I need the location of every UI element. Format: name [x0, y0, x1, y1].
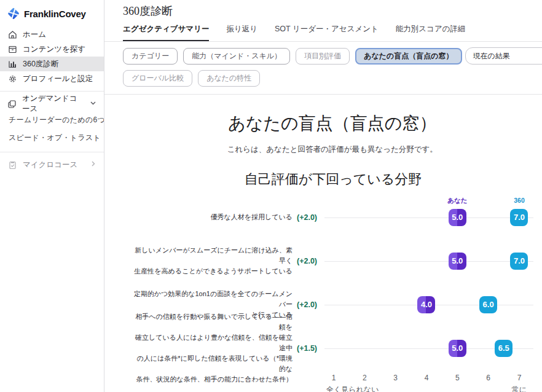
x-axis-max-label: 常に	[512, 385, 527, 392]
row-plot: 5.06.5	[324, 326, 533, 370]
sidebar-divider	[0, 152, 104, 152]
360-score-marker: 7.0	[510, 253, 528, 270]
sidebar-item-label: プロフィールと設定	[23, 74, 93, 84]
gear-icon	[7, 74, 17, 84]
x-axis-min-label: 全く見られない	[326, 385, 379, 392]
legend-360-label: 360	[514, 197, 525, 204]
row-plot: 4.06.0	[324, 283, 533, 326]
home-icon	[7, 30, 17, 39]
app-window: FranklinCovey ホーム コンテンツを探す 360度診断 プロフィール…	[0, 0, 542, 392]
x-axis-tick: 6	[486, 374, 490, 382]
sidebar-item-microcourse[interactable]: マイクロコース	[0, 157, 104, 172]
x-axis: 1234567全く見られない常に	[324, 370, 533, 392]
results-dropdown-value: 現在の結果	[473, 51, 510, 61]
score-gap-value: (+1.5)	[293, 344, 324, 353]
sidebar-course-link-speed-of-trust[interactable]: スピード・オブ・トラスト・リ...	[0, 129, 104, 147]
filter-global-comparison-button[interactable]: グローバル比較	[123, 70, 192, 87]
page-title: 360度診断	[123, 4, 542, 18]
sidebar-divider	[0, 91, 104, 92]
chart-row: 相手への信頼を行動や振る舞いで示している——信頼を 確立している人にはより豊かな…	[133, 326, 533, 370]
clipboard-check-icon	[7, 160, 17, 170]
sidebar-item-label: オンデマンドコース	[22, 93, 79, 114]
figure-title: 自己評価が下回っている分野	[133, 170, 533, 189]
gridline	[324, 218, 533, 218]
self-score-marker: 5.0	[449, 253, 466, 270]
bar-chart-icon	[7, 60, 17, 69]
filter-blind-spot-button[interactable]: あなたの盲点（盲点の窓）	[355, 48, 461, 65]
gridline	[324, 261, 533, 262]
sidebar-item-label: 360度診断	[23, 59, 58, 69]
row-label: 優秀な人材を採用している	[133, 212, 293, 222]
filter-category-button[interactable]: カテゴリー	[123, 48, 178, 65]
axis-spacer	[133, 370, 324, 392]
tab-score-detail-by-competency[interactable]: 能力別スコアの詳細	[396, 24, 466, 41]
tab-reflection[interactable]: 振り返り	[226, 24, 257, 41]
filter-bar: カテゴリー 能力（マインド・スキル） 項目別評価 あなたの盲点（盲点の窓） グロ…	[104, 42, 542, 95]
sidebar-item-profile-settings[interactable]: プロフィールと設定	[0, 71, 104, 86]
tab-bar: エグゼクティブサマリー 振り返り SOT リーダー・アセスメント 能力別スコアの…	[123, 24, 542, 41]
chart-row: 優秀な人材を採用している(+2.0)あなた3605.07.0	[133, 195, 533, 239]
row-plot: 5.07.0	[324, 239, 533, 283]
chevron-right-icon	[90, 160, 96, 169]
360-score-marker: 6.0	[479, 296, 497, 313]
x-axis-tick: 3	[393, 374, 398, 382]
section-title: あなたの盲点（盲点の窓）	[104, 112, 542, 135]
sidebar: FranklinCovey ホーム コンテンツを探す 360度診断 プロフィール…	[0, 0, 104, 392]
x-axis-tick: 4	[425, 374, 429, 382]
row-label: 新しいメンバーがスムーズにチームに溶け込み、素早く 生産性を高めることができるよ…	[133, 245, 293, 276]
sidebar-item-360-assessment[interactable]: 360度診断	[0, 57, 104, 71]
results-dropdown[interactable]: 現在の結果	[465, 47, 542, 65]
tab-sot-leader-assessment[interactable]: SOT リーダー・アセスメント	[275, 24, 379, 41]
franklincovey-logo-icon	[7, 7, 20, 20]
sidebar-item-home[interactable]: ホーム	[0, 27, 104, 42]
filter-your-traits-button[interactable]: あなたの特性	[198, 70, 260, 87]
360-score-marker: 7.0	[510, 209, 528, 226]
blind-spot-figure: 自己評価が下回っている分野 優秀な人材を採用している(+2.0)あなた3605.…	[133, 170, 533, 392]
sidebar-item-ondemand-courses[interactable]: オンデマンドコース	[0, 96, 104, 111]
self-score-marker: 5.0	[449, 340, 466, 357]
self-score-marker: 4.0	[417, 296, 435, 313]
x-axis-tick: 1	[332, 374, 336, 382]
legend-self-label: あなた	[447, 197, 467, 205]
section-subtitle: これらは、あなたと回答者の評価が最も異なった分野です。	[104, 144, 542, 155]
x-axis-tick: 2	[363, 374, 367, 382]
x-axis-tick: 7	[517, 374, 522, 382]
content-box-icon	[7, 45, 17, 54]
score-gap-value: (+2.0)	[293, 300, 324, 309]
chevron-down-icon	[90, 100, 96, 108]
chart-row: 新しいメンバーがスムーズにチームに溶け込み、素早く 生産性を高めることができるよ…	[133, 239, 533, 283]
x-axis-row: 1234567全く見られない常に	[133, 370, 533, 392]
score-gap-value: (+2.0)	[293, 257, 324, 265]
row-plot: あなた3605.07.0	[324, 195, 533, 239]
logo-text: FranklinCovey	[24, 9, 86, 19]
360-score-marker: 6.5	[495, 340, 513, 357]
self-score-marker: 5.0	[449, 209, 466, 226]
filter-row-1: カテゴリー 能力（マインド・スキル） 項目別評価 あなたの盲点（盲点の窓）	[123, 48, 462, 65]
sidebar-item-explore-content[interactable]: コンテンツを探す	[0, 42, 104, 57]
sidebar-item-label: コンテンツを探す	[23, 44, 85, 55]
filter-row-2: グローバル比較 あなたの特性	[123, 70, 462, 87]
filter-item-rating-button[interactable]: 項目別評価	[296, 48, 350, 65]
blind-spot-chart: 優秀な人材を採用している(+2.0)あなた3605.07.0新しいメンバーがスム…	[133, 195, 533, 392]
score-gap-value: (+2.0)	[293, 213, 324, 222]
sidebar-item-label: ホーム	[23, 29, 46, 40]
filter-competency-button[interactable]: 能力（マインド・スキル）	[183, 48, 290, 65]
main-area: 360度診断 エグゼクティブサマリー 振り返り SOT リーダー・アセスメント …	[104, 0, 542, 392]
layers-icon	[7, 100, 17, 109]
franklincovey-logo[interactable]: FranklinCovey	[0, 5, 104, 27]
main-header: 360度診断 エグゼクティブサマリー 振り返り SOT リーダー・アセスメント …	[104, 0, 542, 42]
blind-spot-section: あなたの盲点（盲点の窓） これらは、あなたと回答者の評価が最も異なった分野です。…	[104, 95, 542, 392]
sidebar-item-label: マイクロコース	[23, 160, 77, 170]
x-axis-tick: 5	[455, 374, 460, 382]
tab-executive-summary[interactable]: エグゼクティブサマリー	[123, 24, 209, 41]
